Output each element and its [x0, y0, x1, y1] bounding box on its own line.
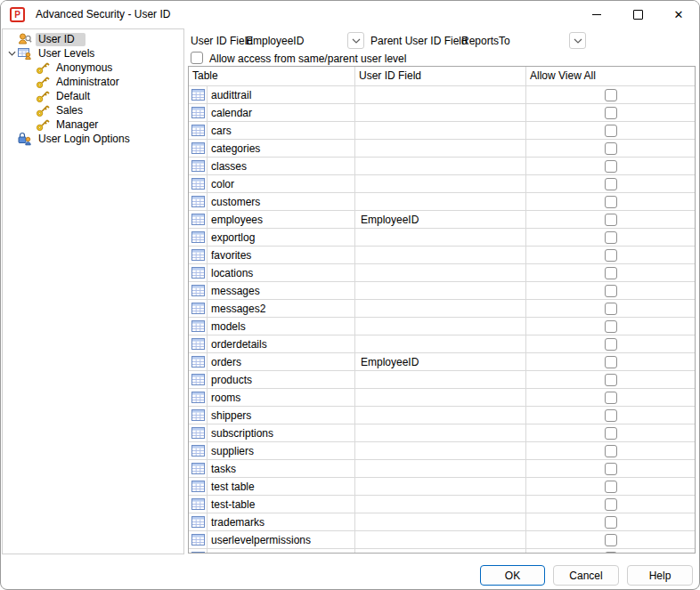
table-row[interactable]: employeesEmployeeID — [189, 211, 695, 229]
allow-view-all-checkbox[interactable] — [605, 463, 617, 475]
user-id-field-cell[interactable] — [355, 229, 526, 246]
user-id-field-cell[interactable] — [355, 175, 526, 192]
sidebar-item-user-login-options[interactable]: User Login Options — [3, 132, 183, 146]
user-id-field-cell[interactable] — [355, 264, 526, 281]
allow-view-all-checkbox[interactable] — [605, 445, 617, 457]
allow-access-checkbox[interactable] — [191, 52, 203, 64]
user-id-field-cell[interactable]: EmployeeID — [355, 353, 526, 370]
table-row[interactable]: products — [189, 371, 695, 389]
table-row[interactable]: messages2 — [189, 300, 695, 318]
allow-view-all-checkbox[interactable] — [605, 409, 617, 422]
user-id-field-cell[interactable] — [355, 513, 526, 530]
user-id-field-cell[interactable] — [355, 371, 526, 388]
user-id-field-cell[interactable] — [355, 282, 526, 299]
user-id-field-value[interactable]: EmployeeID — [246, 35, 304, 47]
allow-view-all-checkbox[interactable] — [605, 356, 617, 368]
table-row[interactable]: favorites — [189, 247, 695, 264]
sidebar-item-anonymous[interactable]: Anonymous — [3, 61, 183, 75]
sidebar-item-user-id[interactable]: User ID — [3, 32, 183, 46]
allow-view-all-checkbox[interactable] — [605, 285, 617, 297]
table-row[interactable]: locations — [189, 264, 695, 282]
allow-view-all-checkbox[interactable] — [605, 89, 617, 101]
user-id-field-cell[interactable] — [355, 460, 526, 477]
sidebar-item-sales[interactable]: Sales — [3, 103, 183, 117]
table-row[interactable]: suppliers — [189, 442, 695, 460]
sidebar-item-manager[interactable]: Manager — [3, 117, 183, 132]
allow-view-all-checkbox[interactable] — [605, 196, 617, 208]
allow-view-all-checkbox[interactable] — [605, 392, 617, 404]
column-header-table[interactable]: Table — [189, 67, 355, 85]
table-row[interactable]: subscriptions — [189, 424, 695, 442]
allow-view-all-checkbox[interactable] — [605, 267, 617, 279]
help-button[interactable]: Help — [627, 565, 693, 586]
maximize-button[interactable] — [617, 1, 658, 28]
allow-view-all-checkbox[interactable] — [605, 552, 617, 554]
user-id-field-cell[interactable] — [355, 247, 526, 263]
table-row[interactable]: color — [189, 175, 695, 193]
allow-view-all-checkbox[interactable] — [605, 534, 617, 546]
minimize-button[interactable] — [576, 1, 617, 28]
user-id-field-cell[interactable] — [355, 407, 526, 424]
user-id-field-cell[interactable] — [355, 549, 526, 554]
user-id-field-cell[interactable] — [355, 424, 526, 441]
column-header-user-id-field[interactable]: User ID Field — [355, 67, 526, 85]
sidebar-item-administrator[interactable]: Administrator — [3, 75, 183, 89]
allow-view-all-checkbox[interactable] — [605, 107, 617, 119]
table-row[interactable]: rooms — [189, 389, 695, 407]
parent-user-id-field-value[interactable]: ReportsTo — [461, 35, 510, 47]
user-id-field-cell[interactable] — [355, 478, 526, 495]
tree-collapse-chevron-icon[interactable] — [5, 51, 18, 56]
allow-view-all-checkbox[interactable] — [605, 481, 617, 493]
table-row[interactable]: tasks — [189, 460, 695, 478]
table-row[interactable]: ordersEmployeeID — [189, 353, 695, 371]
allow-view-all-checkbox[interactable] — [605, 498, 617, 511]
user-id-field-cell[interactable] — [355, 318, 526, 335]
table-row[interactable]: models — [189, 318, 695, 335]
allow-view-all-checkbox[interactable] — [605, 214, 617, 226]
close-button[interactable]: ✕ — [658, 1, 699, 28]
table-row[interactable]: shippers — [189, 407, 695, 424]
table-row[interactable]: messages — [189, 282, 695, 300]
allow-view-all-checkbox[interactable] — [605, 142, 617, 155]
user-id-field-cell[interactable] — [355, 86, 526, 103]
table-row[interactable]: customers — [189, 193, 695, 211]
table-row[interactable]: userlevelpermissions — [189, 531, 695, 549]
user-id-field-cell[interactable] — [355, 122, 526, 139]
allow-view-all-checkbox[interactable] — [605, 516, 617, 529]
allow-view-all-checkbox[interactable] — [605, 125, 617, 137]
allow-view-all-checkbox[interactable] — [605, 320, 617, 333]
user-id-field-cell[interactable] — [355, 442, 526, 459]
sidebar-item-default[interactable]: Default — [3, 89, 183, 103]
sidebar-item-user-levels[interactable]: User Levels — [3, 46, 183, 61]
table-row[interactable]: audittrail — [189, 86, 695, 104]
user-id-field-cell[interactable] — [355, 158, 526, 174]
user-id-field-cell[interactable] — [355, 531, 526, 548]
table-row[interactable]: test table — [189, 478, 695, 496]
table-row[interactable]: categories — [189, 140, 695, 158]
allow-view-all-checkbox[interactable] — [605, 303, 617, 315]
table-row[interactable]: trademarks — [189, 513, 695, 531]
user-id-field-cell[interactable] — [355, 335, 526, 352]
ok-button[interactable]: OK — [480, 565, 545, 586]
allow-view-all-checkbox[interactable] — [605, 427, 617, 440]
user-id-field-cell[interactable] — [355, 300, 526, 317]
user-id-field-cell[interactable] — [355, 193, 526, 210]
table-row[interactable]: orderdetails — [189, 335, 695, 353]
allow-view-all-checkbox[interactable] — [605, 160, 617, 173]
allow-view-all-checkbox[interactable] — [605, 374, 617, 386]
column-header-allow-view-all[interactable]: Allow View All — [526, 67, 695, 85]
table-row[interactable]: userlevels — [189, 549, 695, 554]
table-row[interactable]: test-table — [189, 496, 695, 513]
user-id-field-cell[interactable] — [355, 104, 526, 121]
user-id-field-dropdown-button[interactable] — [347, 32, 364, 49]
allow-view-all-checkbox[interactable] — [605, 178, 617, 190]
table-row[interactable]: cars — [189, 122, 695, 140]
table-row[interactable]: calendar — [189, 104, 695, 122]
allow-view-all-checkbox[interactable] — [605, 338, 617, 351]
table-row[interactable]: classes — [189, 158, 695, 175]
table-row[interactable]: exportlog — [189, 229, 695, 247]
allow-view-all-checkbox[interactable] — [605, 249, 617, 262]
allow-view-all-checkbox[interactable] — [605, 231, 617, 244]
user-id-field-cell[interactable] — [355, 389, 526, 406]
user-id-field-cell[interactable]: EmployeeID — [355, 211, 526, 228]
